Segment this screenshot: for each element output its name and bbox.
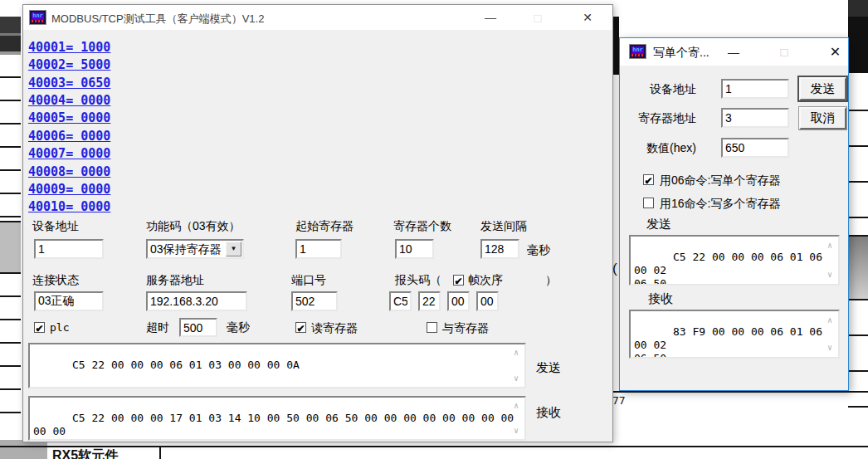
close-button[interactable]: ✕ xyxy=(573,5,602,30)
send-interval-input[interactable] xyxy=(480,239,519,259)
scroll-up-icon[interactable]: ∧ xyxy=(510,402,522,410)
scroll-down-icon[interactable]: ∨ xyxy=(824,344,836,352)
background-grid-lines xyxy=(0,274,21,420)
chevron-down-icon: ▼ xyxy=(231,245,237,252)
close-icon: ✕ xyxy=(830,44,841,60)
background-dark-bar xyxy=(0,36,21,51)
header-byte1-input[interactable] xyxy=(389,291,412,311)
background-dark-bar xyxy=(848,0,868,17)
timeout-label: 超时 xyxy=(146,320,169,335)
send-interval-label: 发送间隔 xyxy=(480,219,527,234)
start-register-input[interactable] xyxy=(295,239,342,259)
register-link-40010[interactable]: 40010= 0000 xyxy=(28,199,136,216)
app-icon-led xyxy=(32,20,44,22)
frame-order-checkbox[interactable]: ✔ xyxy=(453,275,464,286)
register-count-input[interactable] xyxy=(395,239,434,259)
write-register-dialog: hnr 写单个寄... — □ ✕ 设备地址 发送 寄存器地址 取消 数值(he… xyxy=(619,37,849,391)
dialog-register-address-input[interactable] xyxy=(721,108,789,128)
register-link-40003[interactable]: 40003= 0650 xyxy=(28,76,136,92)
background-gray-corner xyxy=(0,440,47,459)
send-data-text: C5 22 00 00 00 06 01 03 00 00 00 0A xyxy=(72,359,300,371)
device-address-label: 设备地址 xyxy=(32,219,79,234)
timeout-unit-label: 毫秒 xyxy=(227,320,250,335)
device-address-input[interactable] xyxy=(34,239,104,259)
dialog-maximize-button[interactable]: □ xyxy=(772,38,797,66)
register-link-40001[interactable]: 40001= 1000 xyxy=(28,40,136,56)
read-register-checkbox[interactable]: ✔ xyxy=(295,322,306,333)
cmd16-checkbox[interactable] xyxy=(643,198,654,208)
dialog-send-text: C5 22 00 00 00 06 01 06 00 02 06 50 xyxy=(634,251,829,286)
header-code-label: 报头码（ xyxy=(395,273,441,288)
scroll-down-icon[interactable]: ∨ xyxy=(510,374,522,383)
maximize-button[interactable]: □ xyxy=(525,5,550,30)
dialog-send-textarea[interactable]: C5 22 00 00 00 06 01 06 00 02 06 50 ∧ ∨ xyxy=(629,235,840,286)
register-link-40009[interactable]: 40009= 0000 xyxy=(28,182,136,198)
cmd06-label: 用06命令:写单个寄存器 xyxy=(660,173,780,188)
combo-dropdown-button[interactable]: ▼ xyxy=(226,242,241,256)
background-grid-lines xyxy=(0,55,21,221)
connection-status-field[interactable] xyxy=(34,291,104,311)
register-link-40004[interactable]: 40004= 0000 xyxy=(28,93,136,110)
cmd06-checkbox[interactable]: ✔ xyxy=(643,174,654,185)
check-icon: ✔ xyxy=(644,175,652,187)
register-link-40007[interactable]: 40007= 0000 xyxy=(28,146,136,163)
maximize-icon: □ xyxy=(780,45,788,59)
server-address-input[interactable] xyxy=(146,291,247,311)
background-selected-row xyxy=(848,235,868,300)
dialog-value-hex-input[interactable] xyxy=(721,138,789,158)
maximize-icon: □ xyxy=(534,11,541,25)
dialog-device-address-input[interactable] xyxy=(721,79,789,99)
dialog-send-button[interactable]: 发送 xyxy=(799,77,846,100)
background-left-strip xyxy=(0,0,21,459)
dialog-app-icon: hnr xyxy=(629,44,646,59)
register-link-40008[interactable]: 40008= 0000 xyxy=(28,164,136,181)
main-title-bar[interactable]: hnr MODBUS/TCP测试工具（客户端模式）V1.2 — □ ✕ xyxy=(23,5,612,30)
header-byte2-input[interactable] xyxy=(418,291,441,311)
port-input[interactable] xyxy=(291,291,338,311)
write-register-label: 与寄存器 xyxy=(442,321,489,336)
cmd16-label: 用16命令:写多个寄存器 xyxy=(660,197,780,212)
plc-checkbox[interactable]: ✔ xyxy=(34,322,45,333)
dialog-value-hex-label: 数值(hex) xyxy=(636,141,696,156)
timeout-input[interactable] xyxy=(179,318,217,337)
scroll-up-icon[interactable]: ∧ xyxy=(824,242,836,250)
desktop: ( 77 RX5软元件 hnr MODBUS/TCP测试工具（客户端模式）V1.… xyxy=(0,0,868,459)
register-link-40002[interactable]: 40002= 5000 xyxy=(28,57,136,74)
scroll-up-icon[interactable]: ∧ xyxy=(824,316,836,325)
scroll-down-icon[interactable]: ∨ xyxy=(824,271,836,279)
send-data-textarea[interactable]: C5 22 00 00 00 06 01 03 00 00 00 0A ∧ ∨ xyxy=(28,343,526,388)
background-tab-label: RX5软元件 xyxy=(52,447,118,459)
check-icon: ✔ xyxy=(35,323,43,334)
header-byte3-input[interactable] xyxy=(447,291,470,311)
dialog-title: 写单个寄... xyxy=(653,46,710,61)
read-register-label: 读寄存器 xyxy=(311,321,358,336)
background-grid-lines xyxy=(848,76,868,235)
minimize-button[interactable]: — xyxy=(478,5,503,30)
dialog-receive-textarea[interactable]: 83 F9 00 00 00 06 01 06 00 02 06 50 ∧ ∨ xyxy=(629,310,840,359)
dialog-close-button[interactable]: ✕ xyxy=(822,38,848,66)
background-number-fragment: 77 xyxy=(612,394,626,407)
receive-area-label: 接收 xyxy=(536,405,561,421)
start-register-label: 起始寄存器 xyxy=(295,219,354,234)
scroll-up-icon[interactable]: ∧ xyxy=(510,349,522,357)
dialog-register-address-label: 寄存器地址 xyxy=(627,111,696,126)
header-byte4-input[interactable] xyxy=(476,291,499,311)
minimize-icon: — xyxy=(728,46,739,59)
background-selected-row xyxy=(0,221,21,274)
register-link-40006[interactable]: 40006= 0000 xyxy=(28,129,136,145)
write-register-checkbox[interactable] xyxy=(427,322,437,333)
dialog-cancel-button[interactable]: 取消 xyxy=(799,107,846,129)
background-vline xyxy=(159,446,161,459)
check-icon: ✔ xyxy=(296,323,305,334)
app-icon-screen: hnr xyxy=(32,12,44,20)
receive-data-text: C5 22 00 00 00 17 01 03 14 10 00 50 00 0… xyxy=(33,412,520,441)
plc-label: plc xyxy=(50,321,69,334)
dialog-title-bar[interactable]: hnr 写单个寄... — □ ✕ xyxy=(620,38,848,66)
scroll-down-icon[interactable]: ∨ xyxy=(510,427,522,435)
receive-data-textarea[interactable]: C5 22 00 00 00 17 01 03 14 10 00 50 00 0… xyxy=(28,396,526,441)
dialog-send-area-label: 发送 xyxy=(646,217,671,232)
register-link-40005[interactable]: 40005= 0000 xyxy=(28,110,136,127)
function-code-select[interactable]: 03保持寄存器 ▼ xyxy=(146,239,244,259)
dialog-minimize-button[interactable]: — xyxy=(721,38,746,66)
background-grid-lines xyxy=(848,300,868,447)
